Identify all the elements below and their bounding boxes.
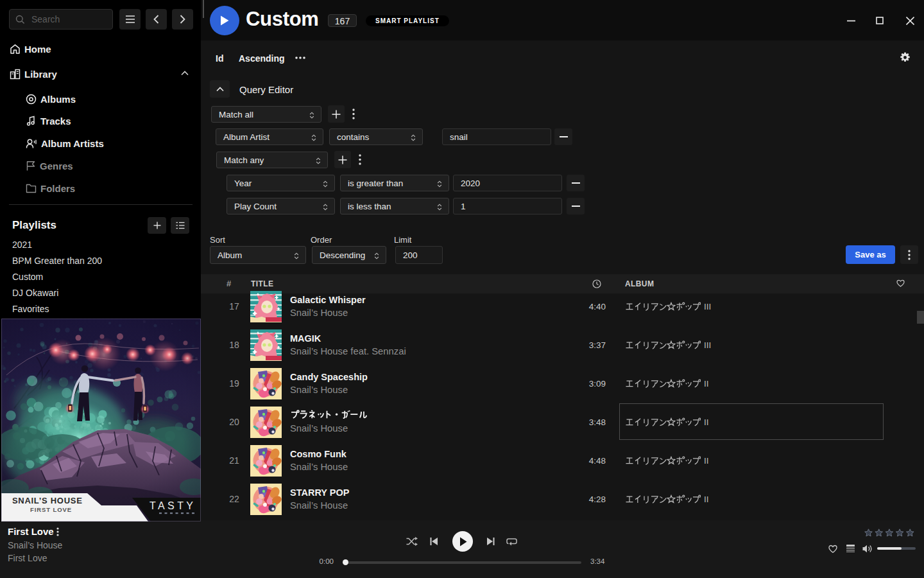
svg-text:TASTY: TASTY xyxy=(150,500,196,511)
svg-text:SNAIL’S HOUSE: SNAIL’S HOUSE xyxy=(12,496,83,505)
svg-text:FIRST LOVE: FIRST LOVE xyxy=(30,506,72,513)
